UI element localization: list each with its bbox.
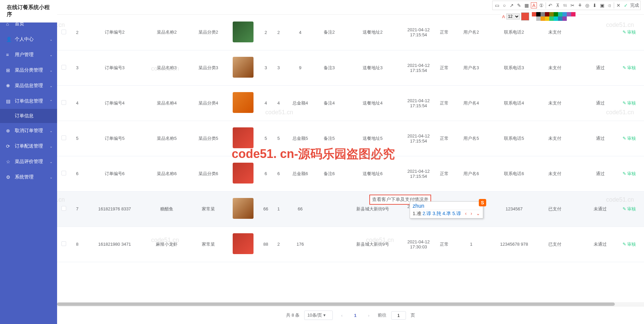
ime-popup[interactable]: S zhun 1.准 2.谆 3.肫 4.凖 5.谆 ‹ › ⌄ [410,201,483,218]
cell-order-no: 订单编号6 [84,156,145,191]
page-prev-button[interactable]: ‹ [337,311,346,320]
menu-order-info-sub[interactable]: 订单信息 [0,109,57,123]
color-swatch[interactable] [536,12,541,16]
rect-tool-icon[interactable]: ▭ [494,2,500,8]
color-swatch[interactable] [567,12,571,16]
audit-link[interactable]: 审核 [623,242,636,247]
ime-cand-2[interactable]: 2.谆 [423,211,431,216]
menu-cancel-order[interactable]: ⊗取消订单管理⌄ [0,123,57,138]
ime-more-icon[interactable]: ⌄ [476,211,480,216]
color-swatch[interactable] [541,16,545,21]
menu-dish-info[interactable]: ❋菜品信息管理⌄ [0,78,57,93]
menu-user-mgmt-label: 用户管理 [15,52,34,58]
color-swatch[interactable] [554,12,558,16]
current-color[interactable] [521,12,529,21]
cell-time: 2021-04-12 17:15:54 [404,50,434,85]
menu-delivery[interactable]: ⟳订单配送管理⌄ [0,138,57,154]
audit-link[interactable]: 审核 [623,65,636,70]
page-size-select[interactable]: 10条/页 ▾ [304,311,333,320]
color-swatch[interactable] [545,16,549,21]
text-tool-icon[interactable]: A [531,2,537,8]
table-row: 4 订单编号4 菜品名称4 菜品分类4 4 4 总金额4 备注4 送餐地址4 2… [57,85,644,121]
color-swatch[interactable] [554,16,558,21]
redo-icon[interactable]: ⊼ [555,2,561,8]
audit-link[interactable]: 审核 [623,136,636,141]
menu-dish-review[interactable]: ☆菜品评价管理⌄ [0,154,57,169]
protect-icon[interactable]: ◎ [584,2,590,8]
check-icon[interactable]: ✓ [623,2,629,8]
color-swatch[interactable] [532,16,536,21]
circle-tool-icon[interactable]: ○ [501,2,507,8]
row-checkbox[interactable] [61,206,66,211]
ime-cand-5[interactable]: 5.谆 [452,211,461,216]
font-color-icon[interactable]: A [502,14,505,19]
audit-link[interactable]: 审核 [623,171,636,176]
pin-icon[interactable]: ▣ [599,2,605,8]
done-button[interactable]: 完成 [630,2,639,8]
page-next-button[interactable]: › [364,311,373,320]
color-swatch[interactable] [541,12,545,16]
cell-total: 总金额6 [284,156,317,191]
number-tool-icon[interactable]: ① [538,2,544,8]
cell-pass: 未通过 [586,227,614,262]
arrow-tool-icon[interactable]: ↗ [509,2,515,8]
ime-cand-3[interactable]: 3.肫 [432,211,441,216]
cell-status: 正常 [434,50,455,85]
goto-page-input[interactable] [391,311,406,320]
bookmark-icon[interactable]: ⟃ [606,2,612,8]
cell-payment: 已支付 [541,227,569,262]
undo-icon[interactable]: ↶ [547,2,553,8]
cell-address: 送餐地址2 [342,15,404,50]
scrollbar-thumb[interactable] [57,302,615,306]
ocr-icon[interactable]: ᯾ [562,2,568,8]
audit-link[interactable]: 审核 [623,30,636,35]
audit-link[interactable]: 审核 [623,206,636,211]
ime-cand-4[interactable]: 4.凖 [443,211,451,216]
cell-dish-name: 糖醋鱼 [145,191,188,227]
cell-dish-name: 菜品名称3 [145,50,188,85]
table-container[interactable]: 2 订单编号2 菜品名称2 菜品分类2 2 2 4 备注2 送餐地址2 2021… [57,15,644,302]
page-number-1[interactable]: 1 [351,311,360,320]
cell-payment: 未支付 [541,50,569,85]
row-checkbox[interactable] [61,65,66,70]
row-checkbox[interactable] [61,30,66,34]
row-checkbox[interactable] [61,135,66,140]
list-icon: ≡ [6,52,11,57]
chevron-down-icon: ⌄ [50,175,52,179]
menu-home[interactable]: ⌂首页 [0,16,57,32]
menu-dish-category[interactable]: ⊞菜品分类管理⌄ [0,63,57,78]
color-swatch[interactable] [532,12,536,16]
horizontal-scrollbar[interactable] [57,302,644,306]
row-checkbox[interactable] [61,100,66,105]
ime-prev-icon[interactable]: ‹ [465,211,467,216]
color-swatch[interactable] [562,16,567,21]
table-row: 3 订单编号3 菜品名称3 菜品分类3 3 3 9 备注3 送餐地址3 2021… [57,50,644,85]
cell-address: 新县城大新街9号 [342,227,404,262]
audit-link[interactable]: 审核 [623,100,636,106]
font-size-select[interactable]: 12 [506,13,520,19]
color-swatch[interactable] [562,12,567,16]
brush-tool-icon[interactable]: ✎ [516,2,522,8]
menu-user-mgmt[interactable]: ≡用户管理⌄ [0,47,57,63]
cut-icon[interactable]: ✂ [569,2,576,8]
menu-personal[interactable]: 👤个人中心⌄ [0,32,57,47]
ime-cand-1[interactable]: 1.准 [413,211,421,216]
color-swatch[interactable] [571,12,576,16]
close-icon[interactable]: ✕ [615,2,622,8]
cell-pass: 未通过 [586,191,614,227]
translate-icon[interactable]: ⚘ [577,2,583,8]
mosaic-tool-icon[interactable]: ▦ [523,2,530,8]
menu-system[interactable]: ⚙系统管理⌄ [0,169,57,185]
ime-next-icon[interactable]: › [470,211,472,216]
download-icon[interactable]: ⬇ [592,2,598,8]
color-swatch[interactable] [558,12,562,16]
row-checkbox[interactable] [61,241,66,246]
menu-order-info[interactable]: ▤订单信息管理⌃ [0,93,57,109]
color-swatch[interactable] [558,16,562,21]
color-swatch[interactable] [549,12,554,16]
row-checkbox[interactable] [61,171,66,175]
color-swatch[interactable] [536,16,541,21]
ime-candidates[interactable]: 1.准 2.谆 3.肫 4.凖 5.谆 ‹ › ⌄ [413,211,480,217]
color-swatch[interactable] [549,16,554,21]
color-swatch[interactable] [545,12,549,16]
